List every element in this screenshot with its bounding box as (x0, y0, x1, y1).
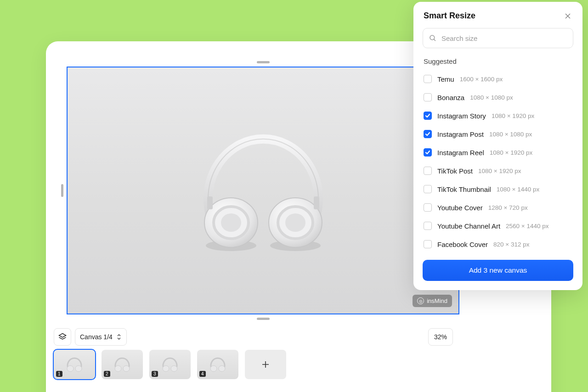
checkbox[interactable] (424, 203, 432, 212)
checkbox[interactable] (424, 148, 432, 157)
watermark: ◎ insMind (413, 295, 452, 307)
check-icon (425, 150, 430, 155)
panel-header: Smart Resize (413, 2, 582, 26)
size-name: Facebook Cover (437, 241, 488, 248)
size-dimensions: 1080 × 1920 px (490, 149, 532, 156)
checkbox[interactable] (424, 222, 432, 230)
resize-handle-bottom[interactable] (257, 318, 270, 320)
canvas-thumbnail[interactable]: 3 (149, 350, 191, 379)
thumb-index: 1 (56, 371, 62, 377)
thumb-index: 3 (152, 371, 158, 377)
svg-point-16 (171, 366, 177, 372)
size-dimensions: 1080 × 1920 px (478, 168, 521, 174)
size-name: Instagram Story (437, 112, 486, 120)
size-dimensions: 1080 × 1080 px (470, 94, 513, 101)
size-name: Instagram Reel (437, 149, 484, 157)
canvas-frame[interactable]: ◎ insMind (67, 67, 459, 314)
search-icon (429, 34, 437, 42)
checkbox[interactable] (424, 75, 432, 83)
size-dimensions: 1080 × 1080 px (489, 131, 532, 138)
size-option[interactable]: TikTok Post1080 × 1920 px (424, 162, 577, 180)
checkbox[interactable] (424, 240, 432, 248)
canvas-thumbnail[interactable]: 4 (197, 350, 238, 379)
size-dimensions: 1600 × 1600 px (460, 76, 503, 83)
search-input[interactable] (441, 34, 567, 42)
layers-icon (58, 332, 67, 342)
canvas-selector[interactable]: Canvas 1/4 (75, 328, 127, 346)
svg-point-13 (115, 366, 121, 372)
zoom-indicator[interactable]: 32% (428, 328, 453, 346)
svg-line-24 (434, 39, 435, 41)
thumb-index: 2 (104, 371, 110, 377)
size-option[interactable]: Temu1600 × 1600 px (424, 70, 577, 88)
size-dimensions: 1280 × 720 px (488, 204, 528, 211)
checkbox[interactable] (424, 130, 432, 138)
size-option[interactable]: Instagram Reel1080 × 1920 px (424, 143, 577, 162)
size-option[interactable]: Bonanza1080 × 1080 px (424, 88, 577, 106)
panel-footer: Add 3 new canvas (413, 253, 582, 290)
resize-handle-left[interactable] (61, 184, 63, 197)
canvas-thumbnail[interactable]: 2 (102, 350, 143, 379)
watermark-text: insMind (427, 297, 447, 304)
size-dimensions: 1080 × 1920 px (492, 112, 534, 119)
layers-button[interactable] (54, 328, 71, 346)
svg-point-7 (285, 213, 305, 232)
close-icon (564, 12, 571, 20)
plus-icon (261, 360, 270, 369)
headphones-icon (64, 356, 85, 373)
bottom-toolbar: Canvas 1/4 (54, 328, 127, 346)
svg-point-23 (430, 35, 435, 40)
size-dimensions: 820 × 312 px (493, 241, 529, 248)
watermark-logo-icon: ◎ (417, 297, 424, 304)
chevron-updown-icon (116, 334, 122, 340)
size-dimensions: 1080 × 1440 px (497, 186, 539, 193)
canvas-selector-label: Canvas 1/4 (80, 333, 113, 341)
thumb-index: 4 (199, 371, 206, 377)
svg-rect-8 (207, 196, 213, 209)
checkbox[interactable] (424, 93, 432, 101)
svg-marker-10 (59, 334, 66, 337)
checkbox[interactable] (424, 185, 432, 193)
svg-rect-9 (314, 196, 319, 209)
canvas-thumbnail[interactable]: 1 (54, 350, 95, 379)
svg-point-12 (75, 366, 82, 372)
svg-point-18 (219, 366, 225, 372)
size-name: Bonanza (437, 94, 464, 101)
size-dimensions: 2560 × 1440 px (506, 223, 548, 230)
size-option[interactable]: Facebook Cover820 × 312 px (424, 235, 577, 253)
size-name: Youtube Cover (437, 204, 483, 212)
svg-point-11 (67, 366, 74, 372)
canvas-image (185, 119, 341, 262)
smart-resize-panel: Smart Resize Suggested Temu1600 × 1600 p… (413, 2, 582, 290)
svg-point-4 (221, 213, 241, 232)
search-wrap (413, 26, 582, 54)
svg-point-14 (123, 366, 130, 372)
section-title: Suggested (413, 54, 582, 68)
search-box[interactable] (423, 28, 573, 48)
size-option[interactable]: Youtube Cover1280 × 720 px (424, 198, 577, 217)
svg-point-17 (210, 366, 217, 372)
add-canvas-thumbnail[interactable] (245, 350, 286, 379)
svg-point-15 (163, 366, 169, 372)
close-button[interactable] (563, 11, 572, 21)
checkbox[interactable] (424, 167, 432, 175)
size-option[interactable]: Instagram Story1080 × 1920 px (424, 106, 577, 125)
headphones-icon (112, 356, 132, 373)
size-name: TikTok Thumbnail (437, 185, 491, 193)
size-name: Temu (437, 75, 454, 83)
canvas-area: ◎ insMind (67, 67, 459, 314)
size-option[interactable]: TikTok Thumbnail1080 × 1440 px (424, 180, 577, 198)
headphones-icon (160, 356, 180, 373)
canvas-thumbnails: 1234 (54, 350, 286, 379)
size-option[interactable]: Youtube Channel Art2560 × 1440 px (424, 217, 577, 235)
resize-handle-top[interactable] (257, 61, 270, 63)
checkbox[interactable] (424, 112, 432, 120)
zoom-value: 32% (434, 333, 447, 341)
size-list: Temu1600 × 1600 pxBonanza1080 × 1080 pxI… (413, 68, 582, 253)
size-option[interactable]: Instagram Post1080 × 1080 px (424, 125, 577, 143)
check-icon (425, 131, 430, 137)
add-canvas-button[interactable]: Add 3 new canvas (423, 260, 573, 281)
headphones-icon (208, 356, 228, 373)
size-name: TikTok Post (437, 167, 473, 175)
panel-title: Smart Resize (424, 11, 475, 21)
